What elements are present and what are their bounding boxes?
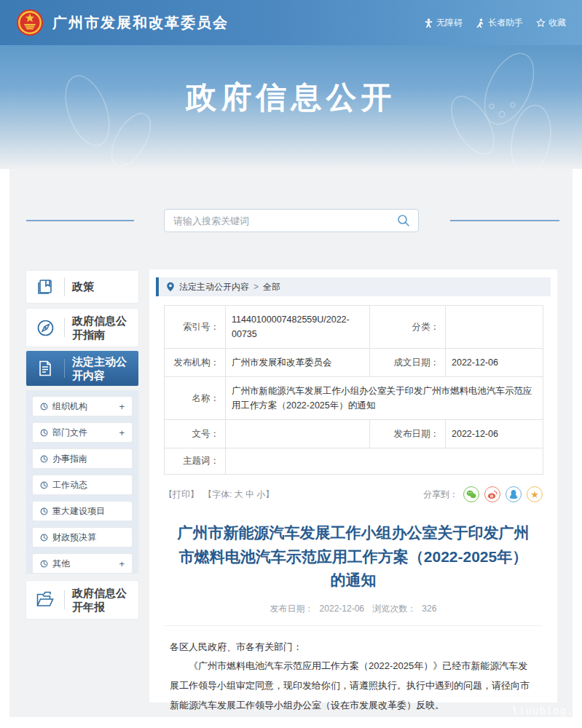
sidebar-item-label: 政府信息公开年报 <box>65 586 138 614</box>
written-date-label: 成文日期： <box>370 349 446 377</box>
print-button[interactable]: 【打印】 <box>164 488 199 501</box>
submenu-item-organization[interactable]: 组织机构 + <box>32 396 133 416</box>
page-icon <box>40 429 48 437</box>
table-row: 发布机构： 广州市发展和改革委员会 成文日期： 2022-12-06 <box>165 349 543 377</box>
page-icon <box>40 560 48 568</box>
top-header-bar: 广州市发展和改革委员会 无障碍 长者助手 收藏 <box>0 0 582 45</box>
sidebar-item-annual-report[interactable]: 政府信息公开年报 <box>26 581 138 619</box>
name-label: 名称： <box>165 377 226 420</box>
font-size-controls[interactable]: 【字体: 大 中 小】 <box>203 488 274 501</box>
sidebar-submenu: 组织机构 + 部门文件 + 办事指南 工作动态 重大建设项目 <box>26 390 138 574</box>
submenu-item-fiscal-budget[interactable]: 财政预决算 <box>32 527 133 547</box>
publish-date-label: 发布日期： <box>370 420 446 448</box>
submenu-label: 其他 <box>52 558 70 570</box>
submenu-item-major-projects[interactable]: 重大建设项目 <box>32 501 133 521</box>
article-body: 各区人民政府、市各有关部门： 《广州市燃料电池汽车示范应用工作方案（2022-2… <box>170 638 537 716</box>
main-panel: 法定主动公开内容 > 全部 索引号： 11440100007482559U/20… <box>149 269 557 703</box>
table-row: 索引号： 11440100007482559U/2022-00735 分类： <box>165 306 543 349</box>
agency-label: 发布机构： <box>165 349 226 377</box>
breadcrumb-separator: > <box>253 282 259 292</box>
search-decor-line-left <box>26 220 134 221</box>
watermark: liuublog.c <box>512 705 581 716</box>
sidebar-item-guide[interactable]: 政府信息公开指南 <box>26 309 138 347</box>
article-tools-bar: 【打印】 【字体: 大 中 小】 分享到： ★ <box>164 486 543 502</box>
breadcrumb-root-link[interactable]: 法定主动公开内容 <box>179 281 249 293</box>
doc-no-value <box>226 420 370 448</box>
signature-line-1: 广州市新能源汽车发展工作 <box>380 725 547 728</box>
submenu-item-other[interactable]: 其他 + <box>32 553 133 574</box>
agency-value: 广州市发展和改革委员会 <box>226 349 370 377</box>
document-meta-table: 索引号： 11440100007482559U/2022-00735 分类： 发… <box>164 305 543 475</box>
category-value <box>446 306 543 349</box>
sidebar-item-policy[interactable]: 政策 <box>26 271 138 303</box>
banner-title: 政府信息公开 <box>0 77 582 118</box>
submenu-item-department-files[interactable]: 部门文件 + <box>32 422 133 443</box>
elder-helper-link[interactable]: 长者助手 <box>476 17 523 29</box>
submenu-label: 部门文件 <box>52 427 87 439</box>
views-count: 326 <box>422 604 436 614</box>
keywords-value <box>226 448 543 475</box>
page-banner: 政府信息公开 <box>0 45 582 169</box>
accessibility-icon <box>424 18 433 28</box>
favorite-share-button[interactable]: ★ <box>527 486 543 502</box>
sidebar-item-label: 政府信息公开指南 <box>65 314 138 342</box>
accessibility-link[interactable]: 无障碍 <box>424 17 463 29</box>
table-row: 名称： 广州市新能源汽车发展工作小组办公室关于印发广州市燃料电池汽车示范应用工作… <box>165 377 543 420</box>
content-card: 政策 政府信息公开指南 法定主动公开内容 组织机构 + 部门文件 <box>9 169 573 717</box>
written-date-value: 2022-12-06 <box>446 349 543 377</box>
weibo-icon <box>487 490 498 499</box>
elder-helper-icon <box>476 18 485 28</box>
views-label: 浏览次数： <box>372 604 416 614</box>
publish-date: 2022-12-06 <box>320 604 364 614</box>
submenu-label: 组织机构 <box>52 400 87 413</box>
search-icon[interactable] <box>396 213 411 228</box>
submenu-label: 工作动态 <box>52 479 87 491</box>
page-icon <box>40 403 48 411</box>
favorite-link[interactable]: 收藏 <box>536 17 566 29</box>
category-label: 分类： <box>370 306 446 349</box>
qq-share-button[interactable] <box>506 486 522 502</box>
national-emblem-logo <box>16 9 44 36</box>
document-icon <box>26 359 64 378</box>
submenu-item-service-guide[interactable]: 办事指南 <box>32 448 133 469</box>
qq-icon <box>509 489 518 499</box>
search-decor-line-right <box>450 220 559 221</box>
site-title: 广州市发展和改革委员会 <box>52 13 229 33</box>
top-links: 无障碍 长者助手 收藏 <box>424 17 566 29</box>
share-bar: 分享到： ★ <box>423 486 543 502</box>
expand-plus-icon[interactable]: + <box>119 401 125 412</box>
page-icon <box>40 455 48 463</box>
body-paragraph: 《广州市燃料电池汽车示范应用工作方案（2022-2025年）》已经市新能源汽车发… <box>170 657 537 715</box>
breadcrumb-current[interactable]: 全部 <box>263 281 280 293</box>
search-input[interactable] <box>173 215 396 226</box>
share-label: 分享到： <box>423 488 458 501</box>
page: { "header": { "site_title": "广州市发展和改革委员会… <box>0 0 582 728</box>
page-icon <box>40 481 48 489</box>
page-icon <box>40 507 48 515</box>
wechat-share-button[interactable] <box>463 486 479 502</box>
keywords-label: 主题词： <box>165 448 226 475</box>
index-label: 索引号： <box>165 306 226 349</box>
weibo-share-button[interactable] <box>484 486 500 502</box>
sidebar-item-label: 政策 <box>65 280 138 294</box>
sidebar: 政策 政府信息公开指南 法定主动公开内容 组织机构 + 部门文件 <box>26 271 138 619</box>
location-pin-icon <box>166 282 175 292</box>
article-title: 广州市新能源汽车发展工作小组办公室关于印发广州市燃料电池汽车示范应用工作方案（2… <box>174 521 532 593</box>
salutation: 各区人民政府、市各有关部门： <box>170 638 537 657</box>
signature-block: 广州市新能源汽车发展工作 领导小组办公室（代章） 2022年12月2日 <box>380 725 547 728</box>
accessibility-label: 无障碍 <box>436 17 463 29</box>
elder-helper-label: 长者助手 <box>488 17 523 29</box>
compass-icon <box>26 318 64 338</box>
submenu-label: 办事指南 <box>52 453 87 465</box>
article-meta: 发布日期：2022-12-06 浏览次数：326 <box>164 603 543 626</box>
expand-plus-icon[interactable]: + <box>119 558 125 569</box>
expand-plus-icon[interactable]: + <box>119 427 125 438</box>
wechat-icon <box>466 490 476 499</box>
breadcrumb: 法定主动公开内容 > 全部 <box>156 277 551 296</box>
favorite-star-icon <box>536 18 546 28</box>
sidebar-item-statutory-disclosure[interactable]: 法定主动公开内容 <box>26 351 138 386</box>
index-value: 11440100007482559U/2022-00735 <box>226 306 370 349</box>
submenu-item-work-news[interactable]: 工作动态 <box>32 475 133 495</box>
favorite-label: 收藏 <box>548 17 566 29</box>
doc-no-label: 文号： <box>165 420 226 448</box>
